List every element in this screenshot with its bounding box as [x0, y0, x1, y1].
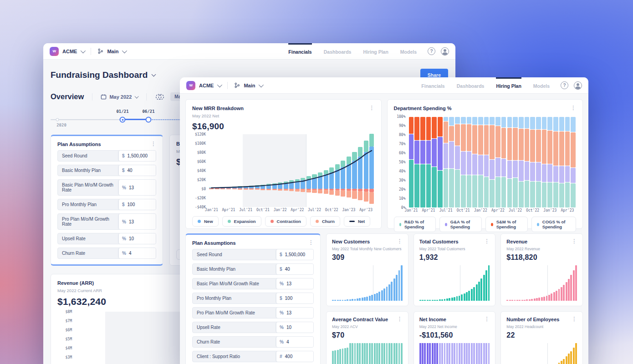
legend-item[interactable]: New	[192, 216, 219, 227]
bar-group	[466, 116, 472, 207]
assumption-value-input[interactable]: $100	[276, 293, 313, 303]
spark-bar	[434, 300, 436, 301]
compare-scenarios-icon[interactable]	[155, 93, 165, 101]
legend-item[interactable]: Contraction	[265, 216, 306, 227]
kebab-menu-icon[interactable]: ⋮	[151, 142, 156, 146]
assumption-label: Churn Rate	[58, 248, 118, 258]
workspace-name[interactable]: ACME	[62, 49, 77, 54]
spark-bar	[454, 297, 455, 301]
branch-selector[interactable]: Main	[244, 83, 255, 88]
y-axis: 100%90%80%70%60%50%40%30%20%10%0%	[394, 116, 408, 207]
assumption-value-input[interactable]: %10	[118, 233, 156, 244]
assumption-label: Seed Round	[58, 151, 118, 161]
spark-bar	[383, 288, 385, 301]
timeline-start-node[interactable]	[56, 118, 59, 121]
plan-assumptions-card: Plan Assumptions ⋮ Seed Round$1,500,000B…	[185, 233, 321, 364]
legend-item[interactable]: Net	[344, 216, 370, 227]
kebab-menu-icon[interactable]: ⋮	[571, 106, 576, 110]
bar-segment	[542, 117, 547, 129]
axis-tick-label: 40%	[399, 169, 405, 173]
kebab-menu-icon[interactable]: ⋮	[572, 317, 577, 321]
tab-dashboards[interactable]: Dashboards	[457, 77, 485, 93]
spark-bar	[519, 300, 521, 301]
assumption-value-input[interactable]: %13	[118, 180, 156, 195]
assumption-value-input[interactable]: %4	[276, 337, 313, 347]
axis-tick-label: $4M	[66, 346, 72, 350]
profile-avatar[interactable]	[574, 81, 582, 90]
bar-segment	[547, 117, 552, 130]
timeline-handle-end[interactable]	[146, 117, 152, 123]
chevron-down-icon[interactable]	[259, 82, 264, 87]
timeline-selected-range[interactable]	[123, 119, 148, 120]
assumption-value-input[interactable]: $100	[118, 199, 156, 210]
spark-bar	[337, 300, 339, 301]
timeline-handle-start[interactable]	[120, 117, 126, 123]
bar-segment	[444, 169, 449, 207]
kpi-card-average-contract-value: Average Contract Value⋮May 2022 ACV$70	[326, 311, 408, 364]
kebab-menu-icon[interactable]: ⋮	[397, 239, 403, 243]
legend-item[interactable]: COGS % of Spending	[531, 217, 576, 232]
chevron-down-icon[interactable]	[81, 48, 86, 53]
acme-logo-icon[interactable]: W	[50, 47, 59, 56]
assumption-value-input[interactable]: $40	[276, 264, 313, 274]
bar-segment	[461, 124, 466, 151]
chevron-down-icon[interactable]	[152, 72, 156, 76]
legend-dot-marker	[491, 223, 493, 226]
chevron-down-icon[interactable]	[122, 48, 127, 53]
tab-financials[interactable]: Financials	[288, 43, 311, 59]
chevron-down-icon[interactable]	[217, 82, 222, 87]
assumption-value-input[interactable]: #400	[276, 351, 313, 362]
assumption-value-input[interactable]: $1,500,000	[276, 249, 313, 260]
value-prefix: %	[280, 339, 284, 344]
profile-avatar[interactable]	[441, 47, 449, 56]
current-date-line	[460, 265, 460, 301]
spark-bar	[483, 275, 485, 301]
assumption-value-input[interactable]: %13	[276, 308, 313, 318]
assumption-value-input[interactable]: %13	[276, 278, 313, 289]
sparkline	[506, 343, 577, 364]
bar-segment	[484, 125, 489, 155]
kebab-menu-icon[interactable]: ⋮	[397, 317, 403, 321]
bar-group	[536, 116, 541, 207]
assumption-value-input[interactable]: %4	[118, 248, 156, 258]
date-filter[interactable]: May 2022	[101, 94, 138, 100]
workspace-name[interactable]: ACME	[199, 83, 214, 88]
assumption-value-input[interactable]: %13	[118, 214, 156, 229]
bar-segment	[432, 139, 437, 167]
spark-bar	[386, 343, 388, 364]
spark-bar	[521, 300, 523, 301]
branch-selector[interactable]: Main	[107, 49, 118, 54]
tab-hiring-plan[interactable]: Hiring Plan	[496, 77, 521, 93]
help-icon[interactable]: ?	[561, 81, 568, 89]
assumption-value-input[interactable]: $1,500,000	[118, 151, 156, 161]
axis-tick-label: $100K	[195, 142, 206, 146]
spark-bar	[366, 297, 368, 301]
spark-bar	[349, 299, 351, 301]
spark-bar	[369, 343, 371, 364]
spark-bar	[378, 292, 380, 301]
assumption-row: Seed Round$1,500,000	[57, 150, 156, 162]
assumption-value-input[interactable]: $40	[118, 165, 156, 176]
help-icon[interactable]: ?	[428, 47, 435, 55]
kebab-menu-icon[interactable]: ⋮	[484, 239, 490, 243]
kebab-menu-icon[interactable]: ⋮	[308, 240, 314, 245]
tab-hiring-plan[interactable]: Hiring Plan	[363, 43, 388, 59]
legend-item[interactable]: S&M % of Spending	[485, 217, 528, 232]
assumption-value-input[interactable]: %10	[276, 322, 313, 333]
value-prefix: %	[280, 325, 284, 330]
tab-financials[interactable]: Financials	[421, 77, 444, 93]
tab-models[interactable]: Models	[400, 43, 417, 59]
kebab-menu-icon[interactable]: ⋮	[572, 239, 577, 243]
legend-item[interactable]: Expansion	[222, 216, 261, 227]
acme-logo-icon[interactable]: W	[186, 81, 195, 90]
assumption-label: Upsell Rate	[193, 322, 276, 333]
tab-models[interactable]: Models	[533, 77, 550, 93]
bar-segment	[571, 132, 576, 167]
legend-item[interactable]: Churn	[310, 216, 340, 227]
legend-item[interactable]: G&A % of Spending	[439, 217, 482, 232]
tab-dashboards[interactable]: Dashboards	[324, 43, 352, 59]
chart-legend: NewExpansionContractionChurnNet	[192, 216, 375, 227]
legend-item[interactable]: R&D % of Spending	[394, 217, 436, 232]
kebab-menu-icon[interactable]: ⋮	[369, 106, 375, 110]
kebab-menu-icon[interactable]: ⋮	[484, 317, 490, 321]
